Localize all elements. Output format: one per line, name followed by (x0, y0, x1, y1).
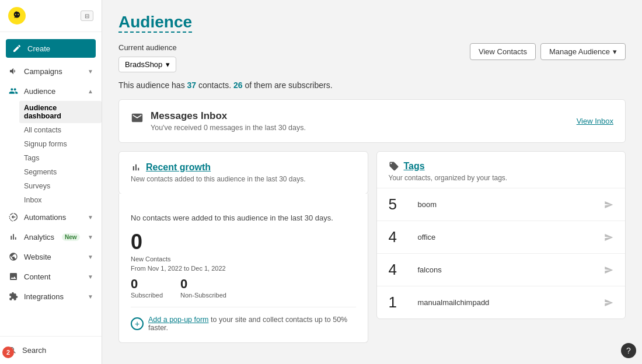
integrations-chevron: ▼ (88, 293, 93, 300)
no-contacts-message: No contacts were added to this audience … (131, 212, 356, 224)
recent-growth-title[interactable]: Recent growth (131, 162, 356, 173)
help-button[interactable]: ? (621, 343, 636, 358)
recent-growth-label: Recent growth (146, 162, 211, 173)
tag-send-icon[interactable] (604, 233, 613, 242)
notification-badge[interactable]: 2 (2, 346, 14, 358)
automations-chevron: ▼ (88, 214, 93, 220)
analytics-new-badge: New (62, 233, 80, 241)
messages-inbox-title: Messages Inbox (151, 110, 306, 122)
sidebar: ⊟ Create Campaigns ▼ Audience ▲ (0, 0, 102, 364)
popup-form-row: + Add a pop-up form to your site and col… (131, 307, 356, 332)
mailchimp-logo (8, 7, 26, 24)
messages-inbox-content: Messages Inbox You've received 0 message… (151, 110, 306, 132)
audience-info-suffix: of them are subscribers. (243, 80, 333, 90)
audience-select[interactable]: BradsShop ▾ (118, 57, 176, 72)
growth-stats: 0 Subscribed 0 Non-Subscribed (131, 276, 356, 299)
svg-point-1 (18, 14, 19, 15)
tag-row: 1 manualmailchimpadd (377, 286, 626, 318)
messages-inbox-left: Messages Inbox You've received 0 message… (131, 110, 306, 132)
messages-inbox-card: Messages Inbox You've received 0 message… (118, 99, 626, 143)
notification-count: 2 (6, 349, 10, 356)
tag-name: office (418, 233, 605, 242)
manage-audience-button[interactable]: Manage Audience ▾ (540, 43, 626, 60)
sidebar-item-integrations[interactable]: Integrations ▼ (0, 286, 102, 306)
integrations-label: Integrations (24, 292, 64, 301)
sidebar-item-audience[interactable]: Audience ▲ (0, 81, 102, 101)
sidebar-item-surveys[interactable]: Surveys (24, 179, 102, 193)
automations-label: Automations (24, 213, 66, 222)
tag-row: 5 boom (377, 188, 626, 221)
content-label: Content (24, 272, 51, 281)
current-audience-label: Current audience (118, 43, 177, 52)
popup-form-text: Add a pop-up form to your site and colle… (148, 316, 356, 332)
sidebar-collapse-toggle[interactable]: ⊟ (81, 10, 93, 21)
sidebar-item-website[interactable]: Website ▼ (0, 247, 102, 267)
non-subscribed-label: Non-Subscribed (180, 292, 226, 299)
content-icon (8, 271, 19, 282)
tag-send-icon[interactable] (604, 298, 613, 307)
view-inbox-link[interactable]: View Inbox (577, 117, 613, 125)
svg-point-0 (15, 14, 16, 15)
tag-row: 4 falcons (377, 254, 626, 286)
sidebar-search[interactable]: Search (8, 342, 93, 358)
sidebar-header: ⊟ (0, 0, 102, 32)
sidebar-toggle-icon: ⊟ (85, 13, 89, 19)
sidebar-item-analytics[interactable]: Analytics New ▼ (0, 227, 102, 247)
growth-chart-icon (131, 162, 141, 173)
audience-subscribers: 26 (233, 80, 243, 90)
sidebar-item-signup-forms[interactable]: Signup forms (24, 137, 102, 151)
non-subscribed-count: 0 (180, 276, 226, 292)
automations-icon (8, 212, 19, 222)
two-column-section: Recent growth New contacts added to this… (118, 151, 626, 351)
sidebar-item-segments[interactable]: Segments (24, 165, 102, 179)
audience-header: Current audience BradsShop ▾ View Contac… (118, 43, 626, 72)
tag-name: falcons (418, 265, 605, 274)
sidebar-nav: Create Campaigns ▼ Audience ▲ Audience d… (0, 32, 102, 336)
campaigns-icon (8, 66, 19, 76)
sidebar-item-campaigns[interactable]: Campaigns ▼ (0, 61, 102, 81)
tag-row: 4 office (377, 221, 626, 254)
main-content: Audience Current audience BradsShop ▾ Vi… (102, 0, 642, 364)
tag-send-icon[interactable] (604, 265, 613, 275)
sidebar-bottom: Search (0, 336, 102, 364)
tag-count: 5 (389, 195, 418, 214)
tag-send-icon[interactable] (604, 200, 613, 209)
non-subscribed-stat: 0 Non-Subscribed (180, 276, 226, 299)
analytics-label: Analytics (24, 233, 54, 242)
audience-info-prefix: This audience has (118, 80, 187, 90)
tag-name: boom (418, 200, 605, 209)
tags-title[interactable]: Tags (389, 161, 614, 172)
analytics-icon (8, 232, 19, 242)
manage-audience-chevron: ▾ (613, 47, 617, 56)
tags-card: Tags Your contacts, organized by your ta… (376, 151, 626, 319)
recent-growth-column: Recent growth New contacts added to this… (118, 151, 368, 351)
manage-audience-label: Manage Audience (549, 47, 610, 56)
recent-growth-subtitle: New contacts added to this audience in t… (131, 175, 356, 183)
website-label: Website (24, 253, 51, 261)
popup-add-button[interactable]: + (131, 317, 144, 330)
new-contacts-label: New Contacts (131, 256, 356, 262)
sidebar-item-content[interactable]: Content ▼ (0, 267, 102, 286)
messages-inbox-subtitle: You've received 0 messages in the last 3… (151, 124, 306, 132)
sidebar-item-create[interactable]: Create (6, 39, 96, 58)
popup-form-link[interactable]: Add a pop-up form (148, 316, 209, 324)
audience-subnav: Audience dashboard All contacts Signup f… (0, 101, 102, 207)
sidebar-item-automations[interactable]: Automations ▼ (0, 207, 102, 227)
sidebar-item-tags[interactable]: Tags (24, 151, 102, 165)
audience-info-middle: contacts. (196, 80, 233, 90)
recent-growth-card-header: Recent growth New contacts added to this… (118, 151, 368, 194)
create-label: Create (27, 44, 50, 53)
audience-name: BradsShop (125, 60, 162, 69)
content-chevron: ▼ (88, 274, 93, 280)
subscribed-label: Subscribed (131, 292, 163, 299)
pencil-icon (12, 43, 22, 54)
audience-total-contacts: 37 (187, 80, 197, 90)
sidebar-item-audience-dashboard[interactable]: Audience dashboard (19, 101, 102, 123)
tags-subtitle: Your contacts, organized by your tags. (389, 174, 614, 182)
website-chevron: ▼ (88, 254, 93, 260)
view-contacts-button[interactable]: View Contacts (470, 43, 536, 60)
subscribed-stat: 0 Subscribed (131, 276, 163, 299)
sidebar-item-all-contacts[interactable]: All contacts (24, 123, 102, 137)
tags-card-header: Tags Your contacts, organized by your ta… (377, 152, 626, 188)
sidebar-item-inbox[interactable]: Inbox (24, 193, 102, 207)
